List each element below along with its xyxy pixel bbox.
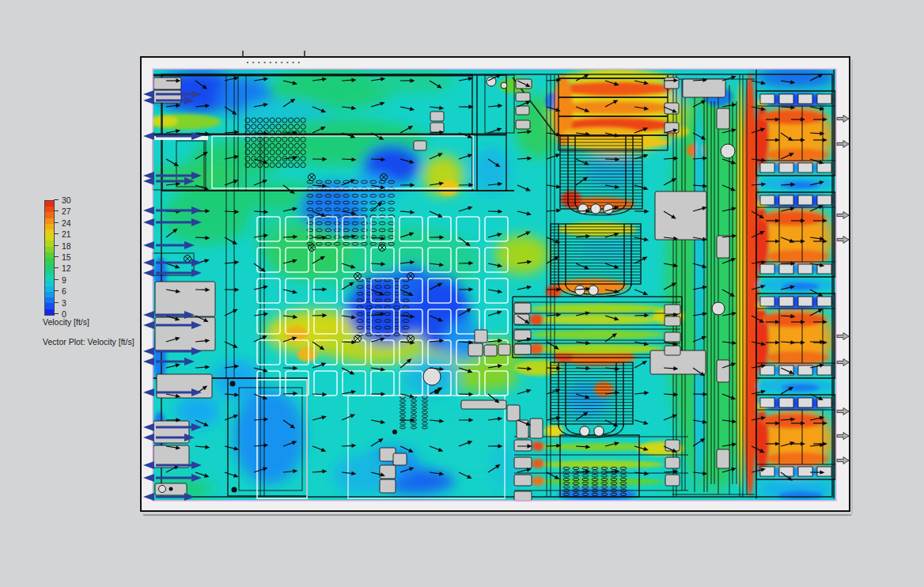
vector-plot-canvas[interactable] — [0, 0, 924, 587]
flow-simulation-viewport: 302724211815129630 Velocity [ft/s] Vecto… — [0, 0, 924, 587]
